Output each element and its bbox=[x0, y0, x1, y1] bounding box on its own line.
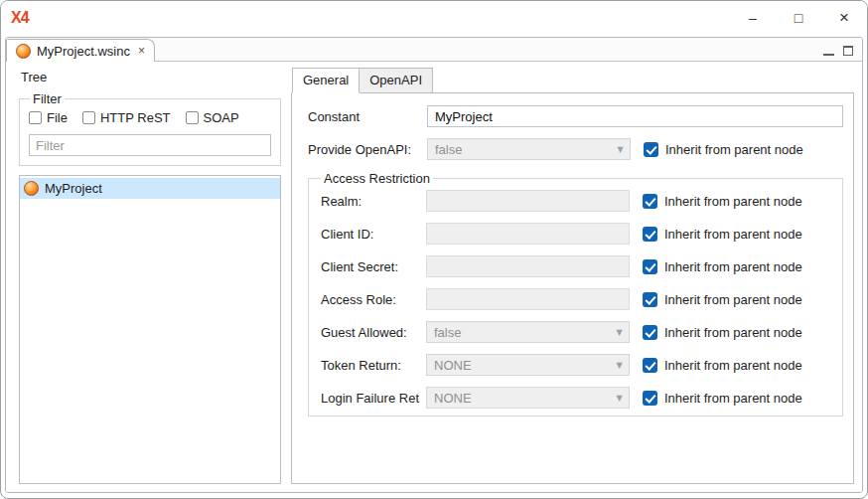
guest-allowed-label: Guest Allowed: bbox=[321, 325, 426, 340]
realm-label: Realm: bbox=[321, 194, 426, 209]
app-logo: X4 bbox=[11, 9, 29, 27]
token-return-inherit-checkbox[interactable]: Inherit from parent node bbox=[643, 358, 802, 373]
form-row-token-return: Token Return: NONE ▼ Inherit from parent… bbox=[321, 354, 842, 376]
tree-item-myproject[interactable]: MyProject bbox=[20, 178, 280, 199]
checkbox-unchecked-icon bbox=[29, 111, 42, 124]
provide-openapi-value: false bbox=[435, 142, 462, 157]
chevron-down-icon: ▼ bbox=[610, 388, 629, 408]
login-failure-dropdown[interactable]: NONE ▼ bbox=[426, 387, 630, 409]
workbench: MyProject.wsinc × Tree Filter File bbox=[5, 37, 863, 493]
inherit-label: Inherit from parent node bbox=[664, 292, 802, 307]
realm-inherit-checkbox[interactable]: Inherit from parent node bbox=[643, 194, 802, 209]
properties-tabs: General OpenAPI bbox=[292, 68, 854, 92]
filter-checkbox-file[interactable]: File bbox=[29, 110, 68, 125]
general-form: Constant Provide OpenAPI: false ▼ Inheri… bbox=[291, 92, 854, 484]
filter-group-legend: Filter bbox=[30, 91, 65, 106]
form-row-login-failure: Login Failure Ret NONE ▼ Inherit from pa… bbox=[321, 387, 842, 409]
window-controls: – □ × bbox=[730, 1, 867, 35]
inherit-label: Inherit from parent node bbox=[664, 391, 802, 406]
form-row-realm: Realm: Inherit from parent node bbox=[321, 190, 842, 212]
checkbox-checked-icon bbox=[643, 325, 657, 340]
inherit-label: Inherit from parent node bbox=[664, 358, 802, 373]
checkbox-checked-icon bbox=[643, 292, 657, 307]
checkbox-checked-icon bbox=[643, 358, 657, 373]
filter-checkbox-row: File HTTP ReST SOAP bbox=[29, 110, 271, 125]
chevron-down-icon: ▼ bbox=[610, 355, 629, 375]
login-failure-inherit-checkbox[interactable]: Inherit from parent node bbox=[643, 391, 802, 406]
form-row-guest-allowed: Guest Allowed: false ▼ Inherit from pare… bbox=[321, 321, 842, 343]
login-failure-label: Login Failure Ret bbox=[321, 391, 426, 406]
checkbox-checked-icon bbox=[644, 142, 658, 157]
maximize-button[interactable]: □ bbox=[776, 1, 821, 35]
inherit-label: Inherit from parent node bbox=[664, 325, 802, 340]
checkbox-checked-icon bbox=[643, 227, 657, 242]
token-return-label: Token Return: bbox=[321, 358, 426, 373]
form-row-access-role: Access Role: Inherit from parent node bbox=[321, 288, 842, 310]
tab-close-icon[interactable]: × bbox=[138, 44, 145, 58]
token-return-value: NONE bbox=[434, 358, 472, 373]
access-restriction-legend: Access Restriction bbox=[321, 171, 433, 186]
tab-openapi[interactable]: OpenAPI bbox=[360, 68, 433, 93]
login-failure-value: NONE bbox=[434, 391, 472, 406]
tree-panel-title: Tree bbox=[21, 70, 281, 84]
inherit-label: Inherit from parent node bbox=[664, 227, 802, 242]
filter-checkbox-http-rest-label: HTTP ReST bbox=[100, 110, 171, 125]
access-role-label: Access Role: bbox=[321, 292, 426, 307]
form-row-client-id: Client ID: Inherit from parent node bbox=[321, 223, 842, 245]
client-id-input[interactable] bbox=[426, 223, 630, 245]
form-row-client-secret: Client Secret: Inherit from parent node bbox=[321, 255, 842, 277]
checkbox-unchecked-icon bbox=[82, 111, 95, 124]
minimize-button[interactable]: – bbox=[730, 1, 776, 35]
realm-input[interactable] bbox=[426, 190, 630, 212]
guest-allowed-dropdown[interactable]: false ▼ bbox=[426, 321, 630, 343]
constant-input[interactable] bbox=[427, 105, 843, 127]
tab-general[interactable]: General bbox=[292, 68, 360, 93]
provide-openapi-inherit-checkbox[interactable]: Inherit from parent node bbox=[644, 142, 803, 157]
close-button[interactable]: × bbox=[821, 1, 867, 35]
editor-content: Tree Filter File HTTP ReST bbox=[6, 62, 862, 492]
title-bar: X4 – □ × bbox=[1, 1, 867, 35]
properties-panel: General OpenAPI Constant Provide OpenAPI… bbox=[287, 62, 862, 492]
filter-checkbox-soap[interactable]: SOAP bbox=[186, 110, 239, 125]
filter-checkbox-http-rest[interactable]: HTTP ReST bbox=[82, 110, 171, 125]
maximize-view-icon[interactable] bbox=[843, 46, 853, 56]
filter-input[interactable] bbox=[29, 134, 271, 156]
wsinc-file-icon bbox=[16, 44, 31, 59]
inherit-label: Inherit from parent node bbox=[664, 259, 802, 274]
guest-allowed-inherit-checkbox[interactable]: Inherit from parent node bbox=[643, 325, 802, 340]
inherit-label: Inherit from parent node bbox=[665, 142, 803, 157]
provide-openapi-dropdown[interactable]: false ▼ bbox=[427, 138, 631, 160]
client-secret-input[interactable] bbox=[426, 255, 630, 277]
checkbox-checked-icon bbox=[643, 391, 657, 406]
editor-tab-label: MyProject.wsinc bbox=[37, 44, 130, 59]
access-restriction-group: Access Restriction Realm: Inherit from p… bbox=[308, 171, 843, 416]
editor-tab-myproject-wsinc[interactable]: MyProject.wsinc × bbox=[6, 39, 155, 62]
editor-tabstrip: MyProject.wsinc × bbox=[6, 38, 862, 62]
checkbox-checked-icon bbox=[643, 194, 657, 209]
form-row-provide-openapi: Provide OpenAPI: false ▼ Inherit from pa… bbox=[308, 138, 845, 160]
token-return-dropdown[interactable]: NONE ▼ bbox=[426, 354, 630, 376]
client-id-inherit-checkbox[interactable]: Inherit from parent node bbox=[643, 227, 802, 242]
client-id-label: Client ID: bbox=[321, 227, 426, 242]
filter-group: Filter File HTTP ReST SOAP bbox=[19, 91, 281, 166]
filter-checkbox-soap-label: SOAP bbox=[204, 110, 239, 125]
inherit-label: Inherit from parent node bbox=[664, 194, 802, 209]
filter-checkbox-file-label: File bbox=[47, 110, 68, 125]
form-row-constant: Constant bbox=[308, 105, 845, 127]
provide-openapi-label: Provide OpenAPI: bbox=[308, 142, 427, 157]
checkbox-unchecked-icon bbox=[186, 111, 199, 124]
chevron-down-icon: ▼ bbox=[610, 322, 629, 342]
project-tree[interactable]: MyProject bbox=[19, 175, 281, 484]
access-role-inherit-checkbox[interactable]: Inherit from parent node bbox=[643, 292, 802, 307]
minimize-view-icon[interactable] bbox=[823, 47, 834, 56]
client-secret-label: Client Secret: bbox=[321, 259, 426, 274]
access-role-input[interactable] bbox=[426, 288, 630, 310]
tree-panel: Tree Filter File HTTP ReST bbox=[6, 62, 287, 492]
constant-label: Constant bbox=[308, 109, 427, 124]
client-secret-inherit-checkbox[interactable]: Inherit from parent node bbox=[643, 259, 802, 274]
view-actions bbox=[823, 46, 862, 61]
chevron-down-icon: ▼ bbox=[611, 139, 630, 159]
guest-allowed-value: false bbox=[434, 325, 461, 340]
project-icon bbox=[24, 181, 39, 196]
checkbox-checked-icon bbox=[643, 259, 657, 274]
